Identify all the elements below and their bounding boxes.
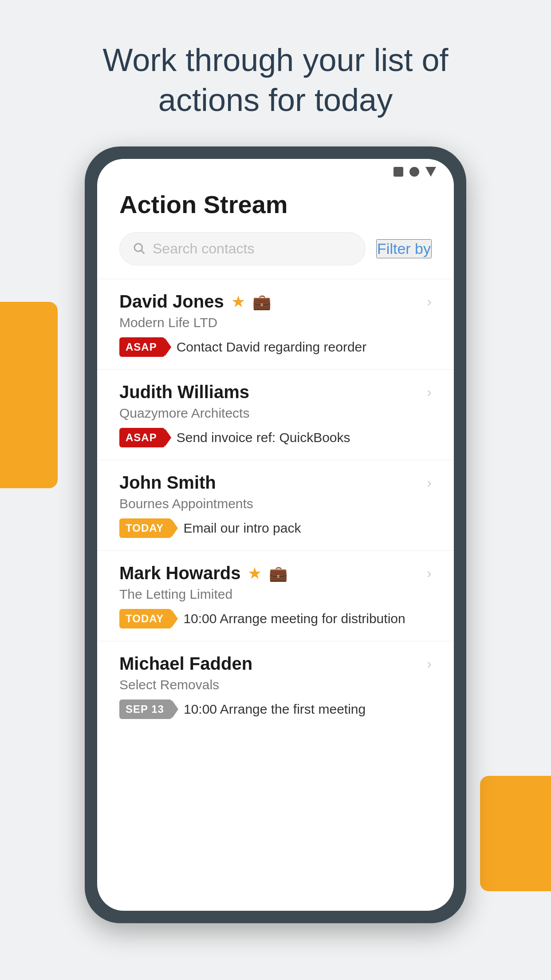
chevron-right-icon: › (427, 293, 432, 310)
svg-line-1 (142, 250, 145, 253)
star-icon: ★ (231, 292, 245, 311)
app-header: Action Stream (97, 181, 454, 232)
contact-list: David Jones ★ 💼 › Modern Life LTD ASAP C… (97, 279, 454, 731)
contact-company: Quazymore Architects (119, 406, 432, 421)
orange-decoration-right (480, 776, 551, 891)
contact-name-row: John Smith (119, 473, 216, 493)
chevron-right-icon: › (427, 656, 432, 672)
search-input-wrapper[interactable]: Search contacts (119, 232, 366, 265)
contact-company: Modern Life LTD (119, 315, 432, 330)
action-text: Send invoice ref: QuickBooks (177, 430, 350, 445)
signal-icon (394, 167, 403, 177)
action-text: Contact David regarding reorder (177, 340, 367, 355)
today-badge: TODAY (119, 518, 172, 538)
contact-item-john-smith[interactable]: John Smith › Bournes Appointments TODAY … (97, 460, 454, 550)
contact-item-judith-williams[interactable]: Judith Williams › Quazymore Architects A… (97, 369, 454, 460)
status-bar (97, 159, 454, 181)
contact-name-row: Mark Howards ★ 💼 (119, 563, 287, 583)
contact-company: Select Removals (119, 677, 432, 692)
contact-header: Mark Howards ★ 💼 › (119, 563, 432, 583)
contact-name: Judith Williams (119, 382, 249, 402)
action-row: SEP 13 10:00 Arrange the first meeting (119, 699, 432, 719)
orange-decoration-left (0, 302, 58, 488)
action-text: Email our intro pack (183, 521, 301, 536)
contact-header: Michael Fadden › (119, 654, 432, 674)
chevron-right-icon: › (427, 565, 432, 581)
wifi-icon (409, 167, 419, 177)
search-icon (132, 241, 146, 257)
contact-item-mark-howards[interactable]: Mark Howards ★ 💼 › The Letting Limited T… (97, 550, 454, 641)
today-badge: TODAY (119, 609, 172, 628)
phone-frame: Action Stream Search contacts Filter by (85, 146, 466, 923)
contact-name: Michael Fadden (119, 654, 252, 674)
phone-screen: Action Stream Search contacts Filter by (97, 159, 454, 911)
contact-header: David Jones ★ 💼 › (119, 292, 432, 312)
search-area: Search contacts Filter by (97, 232, 454, 279)
contact-name-row: Michael Fadden (119, 654, 252, 674)
battery-icon (425, 167, 436, 177)
action-row: ASAP Send invoice ref: QuickBooks (119, 428, 432, 447)
filter-by-button[interactable]: Filter by (376, 239, 432, 258)
page-header: Work through your list of actions for to… (0, 0, 551, 146)
briefcase-icon: 💼 (252, 293, 271, 311)
asap-badge: ASAP (119, 337, 165, 357)
action-text: 10:00 Arrange the first meeting (184, 702, 366, 717)
search-placeholder-text: Search contacts (153, 241, 254, 257)
contact-name: Mark Howards (119, 563, 240, 583)
briefcase-icon: 💼 (269, 565, 287, 582)
contact-name: John Smith (119, 473, 216, 493)
contact-name-row: David Jones ★ 💼 (119, 292, 271, 312)
action-row: TODAY 10:00 Arrange meeting for distribu… (119, 609, 432, 628)
action-row: TODAY Email our intro pack (119, 518, 432, 538)
contact-item-david-jones[interactable]: David Jones ★ 💼 › Modern Life LTD ASAP C… (97, 279, 454, 369)
svg-point-0 (134, 244, 142, 252)
contact-name: David Jones (119, 292, 224, 312)
contact-company: The Letting Limited (119, 587, 432, 602)
sep13-badge: SEP 13 (119, 699, 172, 719)
chevron-right-icon: › (427, 384, 432, 400)
contact-item-michael-fadden[interactable]: Michael Fadden › Select Removals SEP 13 … (97, 641, 454, 731)
contact-name-row: Judith Williams (119, 382, 249, 402)
app-title: Action Stream (119, 190, 432, 219)
contact-header: John Smith › (119, 473, 432, 493)
action-row: ASAP Contact David regarding reorder (119, 337, 432, 357)
asap-badge: ASAP (119, 428, 165, 447)
contact-company: Bournes Appointments (119, 496, 432, 511)
contact-header: Judith Williams › (119, 382, 432, 402)
star-icon: ★ (248, 564, 262, 583)
chevron-right-icon: › (427, 474, 432, 491)
action-text: 10:00 Arrange meeting for distribution (183, 611, 405, 626)
